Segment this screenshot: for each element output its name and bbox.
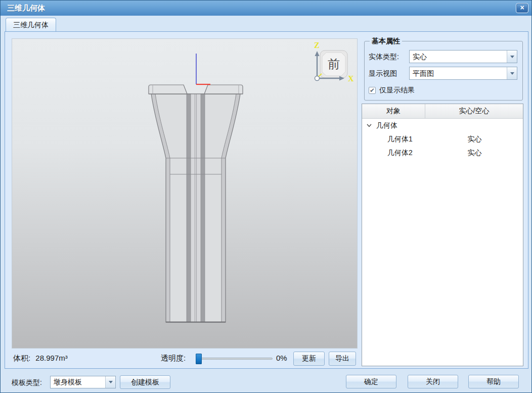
template-type-label: 模板类型: <box>12 378 42 387</box>
chevron-down-icon[interactable] <box>366 122 372 128</box>
solid-type-label: 实体类型: <box>369 53 399 62</box>
show-result-only-label: 仅显示结果 <box>379 86 415 95</box>
transparency-value: 0% <box>276 354 287 362</box>
help-button[interactable]: 帮助 <box>468 375 519 388</box>
tab-label: 三维几何体 <box>13 21 49 30</box>
solid-type-value: 实心 <box>410 51 507 63</box>
row-solid-value[interactable]: 实心 <box>425 135 524 144</box>
solid-type-select[interactable]: 实心 <box>409 50 517 63</box>
column-header-object[interactable]: 对象 <box>362 104 425 118</box>
close-button[interactable]: 关闭 <box>408 375 458 388</box>
table-row[interactable]: 几何体2 实心 <box>362 146 523 160</box>
pier-3d-model: 前 Z X <box>12 39 357 348</box>
axis-x-label: X <box>348 74 354 83</box>
column-header-solid[interactable]: 实心/空心 <box>425 104 523 118</box>
update-button[interactable]: 更新 <box>293 352 325 366</box>
chevron-down-icon[interactable] <box>105 376 115 388</box>
ok-button[interactable]: 确定 <box>346 375 396 388</box>
tab-panel: 前 Z X 基本属性 实体类型: <box>5 31 528 369</box>
tab-3d-geometry[interactable]: 三维几何体 <box>6 18 56 32</box>
viewport-3d[interactable]: 前 Z X <box>12 38 358 349</box>
template-type-value: 墩身模板 <box>51 376 105 388</box>
group-title: 基本属性 <box>370 37 402 46</box>
titlebar[interactable]: 三维几何体 × <box>1 1 531 16</box>
close-icon[interactable]: × <box>516 3 528 13</box>
create-template-button[interactable]: 创建模板 <box>120 375 170 389</box>
volume-label: 体积: <box>13 354 30 362</box>
template-type-select[interactable]: 墩身模板 <box>50 376 116 388</box>
show-result-only-checkbox[interactable]: ✔ <box>369 87 376 94</box>
display-view-label: 显示视图 <box>369 69 397 78</box>
volume-readout: 体积: 28.997m³ <box>13 354 68 363</box>
slider-handle[interactable] <box>196 354 202 364</box>
display-view-select[interactable]: 平面图 <box>409 67 517 80</box>
table-header: 对象 实心/空心 <box>362 104 523 119</box>
view-cube[interactable]: 前 <box>320 51 347 78</box>
row-name: 几何体2 <box>362 149 413 158</box>
axis-z-label: Z <box>314 41 320 50</box>
table-row[interactable]: 几何体1 实心 <box>362 132 523 146</box>
window-title: 三维几何体 <box>1 4 45 13</box>
viewport-footer: 体积: 28.997m³ 透明度: 0% 更新 导出 <box>5 349 358 369</box>
transparency-slider[interactable] <box>196 358 273 360</box>
tree-root-row[interactable]: 几何体 <box>362 119 523 132</box>
export-button[interactable]: 导出 <box>329 352 356 366</box>
dialog-footer: 模板类型: 墩身模板 创建模板 确定 关闭 帮助 <box>1 370 531 393</box>
geometry-table: 对象 实心/空心 几何体 几何体1 实心 几何体2 实心 <box>362 104 523 366</box>
row-solid-value[interactable]: 实心 <box>425 149 524 158</box>
row-name: 几何体1 <box>362 135 413 144</box>
tab-strip: 三维几何体 <box>1 16 531 31</box>
chevron-down-icon[interactable] <box>507 51 517 63</box>
volume-value: 28.997m³ <box>32 354 67 362</box>
dialog-window: 三维几何体 × 三维几何体 <box>0 0 532 393</box>
transparency-label: 透明度: <box>161 354 186 363</box>
chevron-down-icon[interactable] <box>507 67 517 79</box>
view-cube-face-label: 前 <box>328 58 340 71</box>
basic-properties-group: 基本属性 实体类型: 实心 显示视图 平面图 ✔ 仅显示结果 <box>364 41 523 101</box>
display-view-value: 平面图 <box>410 67 507 79</box>
